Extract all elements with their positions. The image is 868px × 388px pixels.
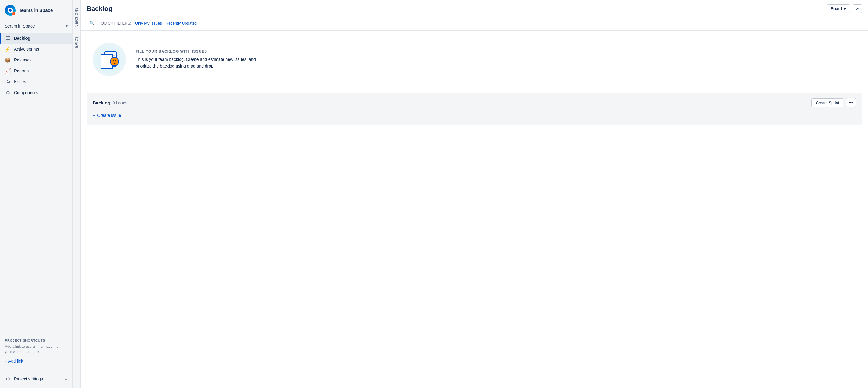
project-settings-label: Project settings: [14, 377, 43, 381]
collapse-sidebar-icon[interactable]: «: [65, 377, 67, 381]
page-title: Backlog: [87, 5, 113, 13]
topbar-actions: Board ▾ ⤢: [827, 4, 862, 13]
more-icon: •••: [848, 100, 853, 105]
sidebar-item-label: Issues: [14, 79, 26, 84]
search-box[interactable]: 🔍: [87, 19, 97, 27]
create-sprint-button[interactable]: Create Sprint: [811, 98, 844, 107]
only-my-issues-filter[interactable]: Only My Issues: [135, 21, 162, 25]
quick-filters-label: QUICK FILTERS:: [101, 21, 131, 25]
sidebar-item-issues[interactable]: 🗂 Issues: [0, 76, 72, 87]
plus-icon: +: [93, 113, 95, 118]
app-logo[interactable]: Teams in Space: [0, 0, 72, 21]
empty-text-block: FILL YOUR BACKLOG WITH ISSUES This is yo…: [136, 49, 263, 70]
empty-state-description: This is your team backlog. Create and es…: [136, 56, 263, 70]
epics-tab[interactable]: EPICS: [73, 31, 80, 52]
reports-icon: 📈: [5, 68, 11, 74]
sidebar: Teams in Space Scrum in Space ▾ ☰ Backlo…: [0, 0, 73, 388]
backlog-label: Backlog: [93, 100, 110, 106]
issues-count: 0 issues: [113, 100, 127, 105]
topbar: Backlog Board ▾ ⤢: [81, 0, 868, 17]
releases-icon: 📦: [5, 57, 11, 63]
board-label: Board: [831, 6, 842, 11]
recently-updated-filter[interactable]: Recently Updated: [165, 21, 197, 25]
shortcuts-title: PROJECT SHORTCUTS: [5, 339, 67, 342]
side-panels: VERSIONS EPICS: [73, 0, 81, 388]
empty-illustration: [93, 43, 126, 76]
project-shortcuts: PROJECT SHORTCUTS Add a link to useful i…: [0, 334, 72, 369]
sidebar-item-active-sprints[interactable]: ⚡ Active sprints: [0, 43, 72, 55]
sidebar-item-label: Releases: [14, 58, 31, 62]
main-content: Backlog Board ▾ ⤢ 🔍 QUICK FILTERS: Only …: [81, 0, 868, 388]
sidebar-item-label: Backlog: [14, 36, 30, 40]
svg-point-10: [113, 60, 114, 61]
backlog-section-title: Backlog 0 issues: [93, 100, 127, 106]
issues-icon: 🗂: [5, 79, 11, 85]
sidebar-item-backlog[interactable]: ☰ Backlog: [0, 33, 72, 43]
svg-point-9: [110, 57, 119, 66]
create-issue-label: Create issue: [97, 113, 121, 118]
shortcuts-description: Add a link to useful information for you…: [5, 344, 67, 354]
board-chevron-icon: ▾: [844, 6, 846, 11]
empty-state-heading: FILL YOUR BACKLOG WITH ISSUES: [136, 49, 263, 54]
sprint-icon: ⚡: [5, 46, 11, 52]
sidebar-item-reports[interactable]: 📈 Reports: [0, 65, 72, 76]
backlog-panel: Backlog 0 issues Create Sprint ••• + Cre…: [87, 93, 862, 125]
empty-state: FILL YOUR BACKLOG WITH ISSUES This is yo…: [81, 31, 868, 88]
chevron-down-icon: ▾: [66, 24, 67, 28]
more-options-button[interactable]: •••: [846, 98, 856, 107]
backlog-actions: Create Sprint •••: [811, 98, 856, 107]
backlog-icon: ☰: [5, 35, 11, 41]
add-link-label: + Add link: [5, 359, 23, 363]
sidebar-item-label: Active sprints: [14, 47, 39, 52]
sidebar-item-label: Reports: [14, 68, 29, 73]
expand-icon: ⤢: [856, 6, 859, 11]
filters-bar: 🔍 QUICK FILTERS: Only My Issues Recently…: [81, 17, 868, 31]
backlog-illustration-svg: [96, 46, 123, 73]
versions-tab[interactable]: VERSIONS: [73, 2, 80, 31]
project-selector[interactable]: Scrum in Space ▾: [0, 21, 72, 31]
expand-button[interactable]: ⤢: [853, 4, 862, 13]
add-link-button[interactable]: + Add link: [5, 357, 67, 365]
svg-point-11: [115, 60, 116, 61]
components-icon: ⚙: [5, 90, 11, 96]
settings-icon: ⚙: [5, 376, 11, 382]
backlog-section-header: Backlog 0 issues Create Sprint •••: [93, 98, 856, 107]
project-name: Scrum in Space: [5, 24, 35, 28]
content-area: FILL YOUR BACKLOG WITH ISSUES This is yo…: [81, 31, 868, 388]
sidebar-footer: ⚙ Project settings «: [0, 369, 72, 388]
sidebar-item-components[interactable]: ⚙ Components: [0, 87, 72, 98]
project-settings-item[interactable]: ⚙ Project settings «: [5, 374, 67, 384]
board-button[interactable]: Board ▾: [827, 4, 850, 13]
sidebar-nav: ☰ Backlog ⚡ Active sprints 📦 Releases 📈 …: [0, 31, 72, 334]
create-issue-row[interactable]: + Create issue: [93, 111, 856, 120]
app-name: Teams in Space: [19, 7, 53, 13]
logo-icon: [5, 5, 16, 16]
sidebar-item-releases[interactable]: 📦 Releases: [0, 55, 72, 65]
search-icon: 🔍: [89, 21, 94, 25]
sidebar-item-label: Components: [14, 90, 38, 95]
